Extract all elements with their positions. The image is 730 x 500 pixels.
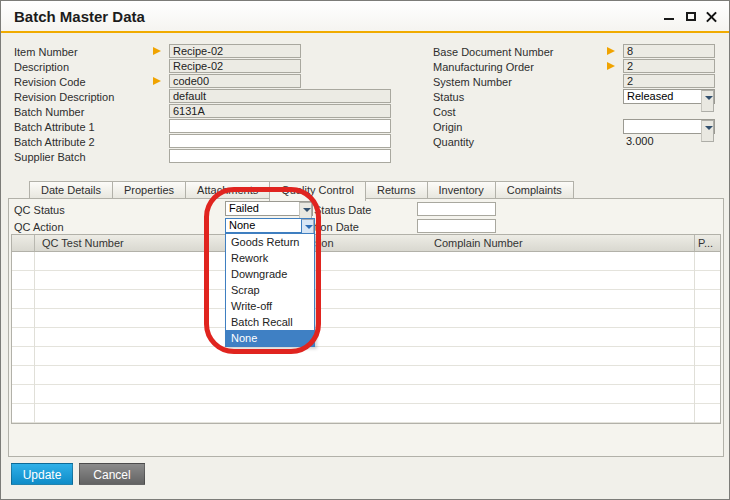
dropdown-item-none[interactable]: None [226,330,314,346]
batch-attribute-2-input[interactable] [169,134,391,148]
status-label: Status [433,90,464,104]
base-document-number-field: 8 [623,44,715,58]
tab-attachments[interactable]: Attachments [185,181,270,199]
minimize-icon[interactable] [661,9,677,24]
table-row[interactable] [12,366,720,385]
dropdown-item-rework[interactable]: Rework [226,250,314,266]
tab-complaints[interactable]: Complaints [495,181,574,199]
truncated-column: P... [698,237,713,249]
column-divider [34,252,35,423]
cancel-button[interactable]: Cancel [79,463,145,485]
description-field: Recipe-02 [169,59,301,73]
status-date-input[interactable] [417,202,496,216]
origin-label: Origin [433,120,462,134]
supplier-batch-input[interactable] [169,149,391,163]
qc-action-select[interactable]: None [225,218,315,233]
column-divider [34,235,35,251]
column-divider [694,252,695,423]
table-row[interactable] [12,290,720,309]
link-arrow-icon[interactable] [607,62,615,70]
item-number-field: Recipe-02 [169,44,301,58]
table-row[interactable] [12,404,720,423]
table-row[interactable] [12,385,720,404]
tab-quality-control[interactable]: Quality Control [269,181,366,201]
origin-select[interactable] [623,119,715,134]
title-bar: Batch Master Data [1,1,729,33]
status-select-value: Released [627,90,673,103]
revision-code-label: Revision Code [14,75,86,89]
qc-tests-table: QC Test Number Action Complain Number P.… [11,234,721,424]
tab-date-details[interactable]: Date Details [29,181,113,199]
tab-strip: Date Details Properties Attachments Qual… [29,181,573,201]
update-button[interactable]: Update [11,463,73,485]
qc-status-value: Failed [229,202,259,215]
qc-status-label: QC Status [14,203,65,217]
tab-returns[interactable]: Returns [365,181,428,199]
qc-test-number-column: QC Test Number [42,237,124,249]
link-arrow-icon[interactable] [153,77,161,85]
dropdown-item-scrap[interactable]: Scrap [226,282,314,298]
batch-attribute-2-label: Batch Attribute 2 [14,135,95,149]
supplier-batch-label: Supplier Batch [14,150,86,164]
status-select[interactable]: Released [623,89,715,104]
quantity-label: Quantity [433,135,474,149]
batch-master-data-window: Batch Master Data Item Number Recipe-02 … [0,0,730,500]
batch-attribute-1-input[interactable] [169,119,391,133]
qc-status-select[interactable]: Failed [225,201,313,216]
cost-label: Cost [433,105,456,119]
dropdown-item-downgrade[interactable]: Downgrade [226,266,314,282]
system-number-field: 2 [623,74,715,88]
table-row[interactable] [12,309,720,328]
quantity-value: 3.000 [626,135,654,147]
manufacturing-order-field: 2 [623,59,715,73]
tab-inventory[interactable]: Inventory [427,181,496,199]
column-divider [694,235,695,251]
revision-description-field: default [169,89,391,103]
dropdown-item-goods-return[interactable]: Goods Return [226,234,314,250]
item-number-label: Item Number [14,45,78,59]
link-arrow-icon[interactable] [153,47,161,55]
window-title: Batch Master Data [14,8,145,25]
batch-number-field: 6131A [169,104,391,118]
action-date-input[interactable] [417,219,496,233]
revision-description-label: Revision Description [14,90,114,104]
status-date-label: Status Date [314,203,371,217]
tab-properties[interactable]: Properties [112,181,186,199]
system-number-label: System Number [433,75,512,89]
maximize-icon[interactable] [683,9,699,24]
table-row[interactable] [12,252,720,271]
chevron-down-icon[interactable] [701,90,714,112]
table-row[interactable] [12,347,720,366]
dropdown-item-write-off[interactable]: Write-off [226,298,314,314]
chevron-down-icon[interactable] [701,120,714,142]
revision-code-field: code00 [169,74,301,88]
table-header: QC Test Number Action Complain Number P.… [12,235,720,252]
base-document-number-label: Base Document Number [433,45,553,59]
table-row[interactable] [12,328,720,347]
complain-number-column: Complain Number [434,237,523,249]
qc-action-value: None [229,219,255,232]
description-label: Description [14,60,69,74]
manufacturing-order-label: Manufacturing Order [433,60,534,74]
table-row[interactable] [12,271,720,290]
batch-attribute-1-label: Batch Attribute 1 [14,120,95,134]
close-icon[interactable] [703,9,719,24]
dropdown-item-batch-recall[interactable]: Batch Recall [226,314,314,330]
batch-number-label: Batch Number [14,105,84,119]
qc-action-dropdown-list: Goods Return Rework Downgrade Scrap Writ… [225,233,315,347]
qc-action-label: QC Action [14,220,64,234]
link-arrow-icon[interactable] [607,47,615,55]
